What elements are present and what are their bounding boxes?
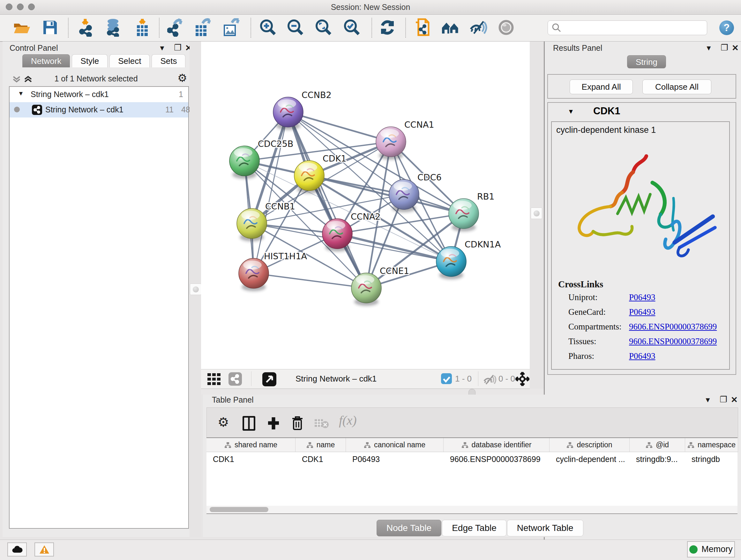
right-splitter[interactable] [530, 42, 544, 388]
crosslink-value-link[interactable]: 9606.ENSP00000378699 [629, 322, 717, 332]
table-cell[interactable]: cyclin-dependent ... [549, 452, 630, 466]
column-header-shared-name[interactable]: shared name [206, 438, 295, 452]
refresh-icon[interactable] [377, 17, 398, 38]
table-cell[interactable]: 9606.ENSP00000378699 [444, 452, 549, 466]
import-network-icon[interactable] [76, 17, 96, 38]
grid-view-icon[interactable] [207, 373, 222, 385]
network-options-gear-icon[interactable]: ⚙ [178, 71, 187, 84]
add-column-icon[interactable] [267, 416, 280, 431]
string-view-icon[interactable] [228, 372, 242, 386]
left-splitter[interactable] [190, 42, 201, 537]
help-button[interactable]: ? [719, 20, 734, 35]
control-panel-tabs: NetworkStyleSelectSets [22, 54, 187, 68]
crosslink-value-link[interactable]: P06493 [629, 293, 656, 302]
close-panel-icon[interactable]: ✕ [732, 43, 739, 53]
export-table-icon[interactable] [192, 17, 213, 38]
function-builder-icon: f(x) [339, 413, 357, 428]
network-node-CCNE1[interactable]: CCNE1 [351, 266, 409, 306]
table-tabs: Node TableEdge TableNetwork Table [377, 520, 584, 537]
column-header-canonical-name[interactable]: canonical name [346, 438, 444, 452]
network-collection-row[interactable]: ▼ String Network – cdk1 1 [10, 87, 188, 102]
protein-structure-image [563, 140, 718, 271]
float-panel-icon[interactable]: ❐ [720, 395, 727, 405]
tab-select[interactable]: Select [110, 54, 150, 67]
collapse-panel-icon[interactable]: ▼ [705, 44, 712, 52]
memory-button[interactable]: Memory [687, 541, 735, 557]
left-splitter-handle[interactable] [190, 284, 201, 295]
zoom-fit-icon[interactable] [313, 17, 334, 38]
right-splitter-handle[interactable] [531, 207, 542, 219]
tab-network-table[interactable]: Network Table [507, 520, 583, 537]
collapse-all-button[interactable]: Collapse All [643, 79, 711, 94]
network-node-RB1[interactable]: RB1 [449, 192, 494, 232]
close-panel-icon[interactable]: ✕ [731, 395, 738, 405]
section-expander-icon[interactable]: ▼ [568, 108, 574, 115]
eye-icon[interactable] [496, 17, 516, 38]
table-cell[interactable]: stringdb [685, 452, 738, 466]
toolbar-separator [478, 371, 478, 386]
zoom-in-icon[interactable] [258, 17, 278, 38]
table-hscrollbar[interactable] [206, 506, 738, 514]
network-graph[interactable]: CCNB2CCNA1CDC25BCDK1CDC6RB1CCNB1CCNA2CDK… [201, 42, 530, 369]
network-node-HIST1H1A[interactable]: HIST1H1A [239, 251, 307, 291]
selected-checkbox-icon[interactable] [441, 373, 452, 384]
table-row[interactable]: CDK1CDK1P064939606.ENSP00000378699cyclin… [206, 452, 738, 466]
float-panel-icon[interactable]: ❐ [174, 43, 181, 53]
table-cell[interactable]: CDK1 [295, 452, 346, 466]
tab-node-table[interactable]: Node Table [377, 520, 441, 537]
crosslink-value-link[interactable]: P06493 [629, 351, 656, 361]
tree-expander-icon[interactable]: ▼ [18, 90, 24, 97]
delete-column-icon[interactable] [291, 415, 304, 431]
birdseye-view-icon[interactable] [262, 372, 276, 386]
column-header-name[interactable]: name [295, 438, 346, 452]
column-header-@id[interactable]: @id [630, 438, 685, 452]
open-session-icon[interactable] [11, 17, 32, 38]
save-session-icon[interactable] [40, 17, 60, 38]
table-cell[interactable]: CDK1 [206, 452, 295, 466]
network-node-CCNA1[interactable]: CCNA1 [376, 120, 434, 160]
zoom-selected-icon[interactable] [342, 17, 362, 38]
table-options-gear-icon[interactable]: ⚙ [218, 415, 229, 429]
cloud-button[interactable] [7, 543, 27, 557]
network-node-CDKN1A[interactable]: CDKN1A [436, 240, 501, 279]
show-columns-icon[interactable] [243, 416, 255, 431]
table-hscrollbar-thumb[interactable] [210, 507, 268, 512]
crosslink-row: Pharos:P06493 [552, 349, 729, 364]
column-header-database-identifier[interactable]: database identifier [444, 438, 549, 452]
network-row-selected[interactable]: String Network – cdk1 11 48 [10, 102, 188, 118]
network-node-CCNB2[interactable]: CCNB2 [273, 90, 332, 130]
tab-string[interactable]: String [627, 55, 666, 68]
export-image-icon[interactable] [221, 17, 241, 38]
warnings-button[interactable] [35, 543, 54, 557]
tab-style[interactable]: Style [72, 54, 108, 67]
table-header-row: shared namenamecanonical namedatabase id… [206, 438, 738, 452]
tab-network[interactable]: Network [22, 54, 70, 67]
crosslink-value-link[interactable]: 9606.ENSP00000378699 [629, 336, 717, 347]
import-table-icon[interactable] [132, 17, 152, 38]
zoom-out-icon[interactable] [285, 17, 306, 38]
network-canvas[interactable]: CCNB2CCNA1CDC25BCDK1CDC6RB1CCNB1CCNA2CDK… [201, 42, 530, 369]
column-header-namespace[interactable]: namespace [685, 438, 738, 452]
network-node-CDK1[interactable]: CDK1 [294, 153, 347, 193]
export-network-icon[interactable] [165, 17, 186, 38]
network-view-title: String Network – cdk1 [295, 374, 377, 384]
crosslink-value-link[interactable]: P06493 [629, 307, 656, 317]
tab-edge-table[interactable]: Edge Table [442, 520, 507, 537]
crosslink-label: Pharos: [568, 351, 594, 361]
search-input[interactable] [548, 20, 707, 35]
document-share-icon[interactable] [412, 17, 432, 38]
float-panel-icon[interactable]: ❐ [721, 43, 728, 53]
table-cell[interactable]: P06493 [346, 452, 444, 466]
collapse-panel-icon[interactable]: ▼ [704, 396, 711, 404]
houses-icon[interactable] [440, 17, 461, 38]
collapse-panel-icon[interactable]: ▼ [158, 44, 165, 52]
table-cell[interactable]: stringdb:9... [630, 452, 685, 466]
network-node-CCNB1[interactable]: CCNB1 [237, 201, 295, 241]
tab-sets[interactable]: Sets [151, 54, 185, 67]
eye-slash-icon[interactable] [468, 17, 488, 38]
expand-all-button[interactable]: Expand All [569, 79, 633, 94]
import-database-icon[interactable] [103, 17, 123, 38]
fit-content-crosshair-icon[interactable] [515, 372, 530, 386]
window-title: Session: New Session [0, 3, 741, 12]
column-header-description[interactable]: description [549, 438, 630, 452]
